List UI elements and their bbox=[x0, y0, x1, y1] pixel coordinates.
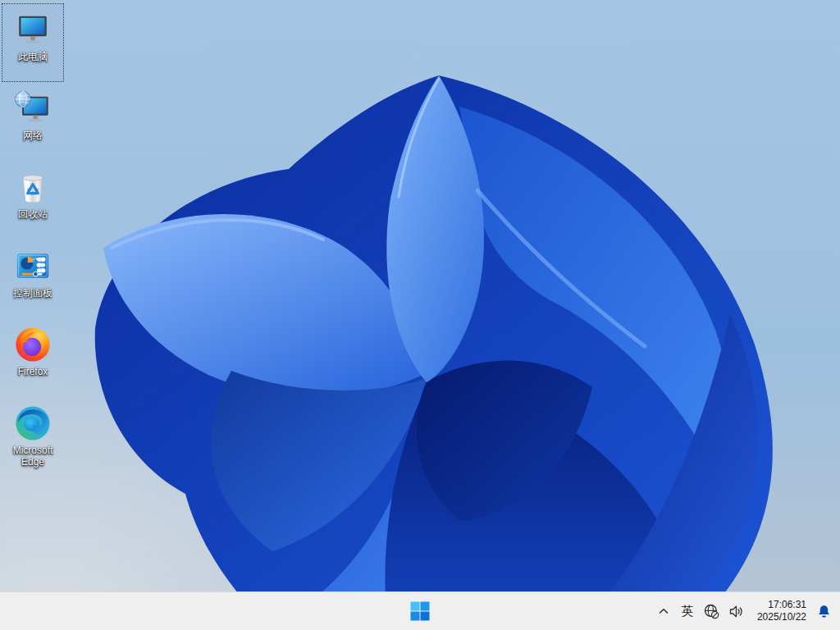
tray-overflow-button[interactable] bbox=[652, 595, 675, 628]
desktop-icon-this-pc[interactable]: 此电脑 bbox=[2, 3, 64, 82]
windows-logo-icon bbox=[410, 601, 430, 621]
desktop-icon-label: 回收站 bbox=[18, 208, 48, 220]
desktop-icon-label: 控制面板 bbox=[13, 287, 52, 299]
desktop-icon-control-panel[interactable]: 控制面板 bbox=[2, 240, 64, 318]
desktop-icon-label: 网络 bbox=[23, 130, 43, 141]
network-status-button[interactable] bbox=[700, 595, 724, 628]
control-panel-icon bbox=[14, 247, 52, 285]
start-button[interactable] bbox=[404, 595, 436, 628]
network-offline-icon bbox=[704, 604, 719, 619]
desktop-icon-column: 此电脑 bbox=[2, 3, 64, 489]
wallpaper-bloom bbox=[0, 0, 840, 630]
firefox-icon bbox=[14, 326, 52, 363]
desktop-icon-microsoft-edge[interactable]: Microsoft Edge bbox=[2, 397, 64, 489]
recycle-bin-icon bbox=[14, 168, 52, 206]
notification-center-button[interactable] bbox=[812, 595, 835, 628]
speaker-icon bbox=[729, 605, 745, 618]
desktop-icon-label: Microsoft Edge bbox=[3, 445, 62, 468]
desktop: 此电脑 bbox=[0, 0, 840, 630]
chevron-up-icon bbox=[659, 608, 669, 614]
clock-date: 2025/10/22 bbox=[757, 611, 806, 623]
desktop-icon-recycle-bin[interactable]: 回收站 bbox=[2, 161, 64, 240]
ime-label: 英 bbox=[681, 604, 693, 619]
notification-bell-icon bbox=[817, 605, 831, 619]
edge-icon bbox=[14, 404, 52, 442]
desktop-icon-firefox[interactable]: Firefox bbox=[2, 318, 64, 397]
network-icon bbox=[14, 89, 52, 127]
desktop-icon-label: 此电脑 bbox=[18, 51, 48, 62]
volume-button[interactable] bbox=[724, 595, 751, 628]
desktop-icon-network[interactable]: 网络 bbox=[2, 82, 64, 161]
taskbar: 英 17:06:31 2025 bbox=[0, 591, 840, 630]
ime-indicator[interactable]: 英 bbox=[675, 595, 700, 628]
system-tray: 英 17:06:31 2025 bbox=[652, 592, 835, 630]
this-pc-icon bbox=[14, 11, 52, 48]
clock[interactable]: 17:06:31 2025/10/22 bbox=[757, 599, 806, 623]
clock-time: 17:06:31 bbox=[757, 599, 806, 611]
desktop-icon-label: Firefox bbox=[18, 366, 48, 377]
